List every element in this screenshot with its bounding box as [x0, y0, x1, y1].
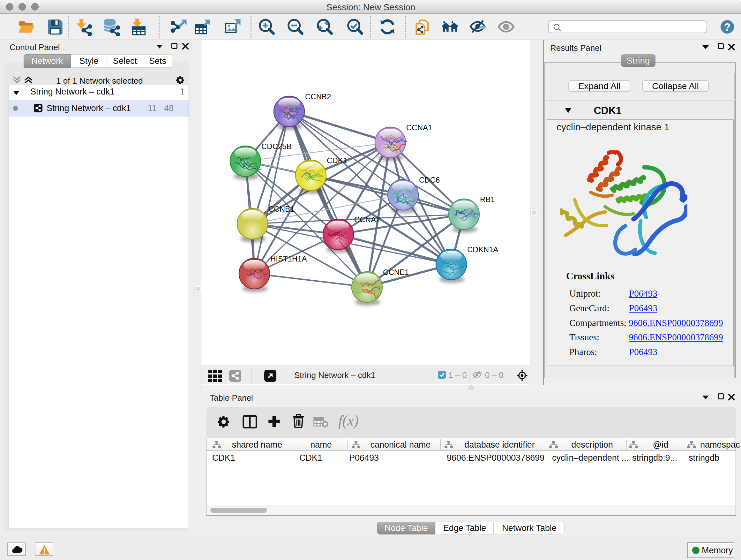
svg-text:CDC25B: CDC25B: [261, 142, 292, 151]
svg-text:CCNB1: CCNB1: [268, 205, 294, 213]
svg-text:CCNB2: CCNB2: [305, 92, 331, 101]
svg-text:CDKN1A: CDKN1A: [467, 245, 498, 254]
svg-text:CCNE1: CCNE1: [383, 268, 409, 276]
svg-text:CCNA1: CCNA1: [406, 123, 432, 132]
svg-text:?: ?: [724, 21, 731, 33]
svg-text:CDK1: CDK1: [327, 156, 347, 165]
svg-text:CCNA2: CCNA2: [354, 215, 380, 224]
svg-text:HIST1H1A: HIST1H1A: [270, 254, 307, 263]
svg-text:CDC6: CDC6: [419, 176, 440, 184]
svg-text:RB1: RB1: [480, 195, 495, 204]
